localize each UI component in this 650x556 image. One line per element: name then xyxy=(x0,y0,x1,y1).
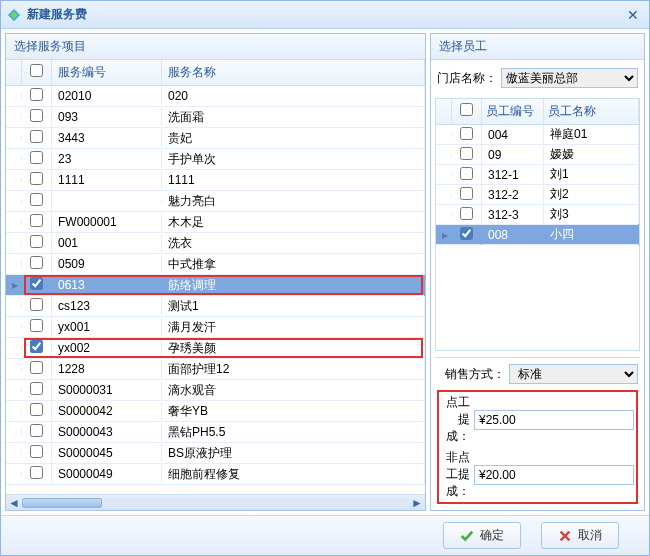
table-row[interactable]: S0000031滴水观音 xyxy=(6,380,425,401)
cell-code: 312-3 xyxy=(482,206,544,224)
header-employee-name[interactable]: 员工名称 xyxy=(544,99,639,124)
store-select[interactable]: 傲蓝美丽总部 xyxy=(501,68,638,88)
header-service-code[interactable]: 服务编号 xyxy=(52,60,162,85)
row-indicator xyxy=(6,472,22,476)
cell-name: 1111 xyxy=(162,171,425,189)
row-checkbox[interactable] xyxy=(30,151,43,164)
row-checkbox[interactable] xyxy=(30,466,43,479)
table-row[interactable]: S0000043黑钻PH5.5 xyxy=(6,422,425,443)
cell-code: 312-2 xyxy=(482,186,544,204)
employee-panel: 选择员工 门店名称： 傲蓝美丽总部 员工编号 员工名称 004禅庭0109嫒嫒3… xyxy=(430,33,645,511)
row-indicator xyxy=(6,451,22,455)
row-checkbox[interactable] xyxy=(30,193,43,206)
row-indicator xyxy=(6,409,22,413)
table-row[interactable]: 001洗衣 xyxy=(6,233,425,254)
table-row[interactable]: cs123测试1 xyxy=(6,296,425,317)
service-grid-body[interactable]: 02010020093洗面霜3443贵妃23手护单次11111111魅力亮白FW… xyxy=(6,86,425,494)
row-checkbox[interactable] xyxy=(460,167,473,180)
commission2-input[interactable] xyxy=(474,465,634,485)
commission1-input[interactable] xyxy=(474,410,634,430)
table-row[interactable]: 093洗面霜 xyxy=(6,107,425,128)
table-row[interactable]: S0000045BS原液护理 xyxy=(6,443,425,464)
service-hscroll[interactable]: ◄ ► xyxy=(6,494,425,510)
row-checkbox[interactable] xyxy=(30,319,43,332)
row-indicator xyxy=(6,430,22,434)
header-service-name[interactable]: 服务名称 xyxy=(162,60,425,85)
row-indicator xyxy=(6,115,22,119)
cell-code: 23 xyxy=(52,150,162,168)
table-row[interactable]: FW000001木木足 xyxy=(6,212,425,233)
row-checkbox[interactable] xyxy=(30,256,43,269)
scroll-left-icon[interactable]: ◄ xyxy=(6,496,22,510)
table-row[interactable]: 02010020 xyxy=(6,86,425,107)
cell-name: 测试1 xyxy=(162,296,425,317)
cell-name: 木木足 xyxy=(162,212,425,233)
row-checkbox[interactable] xyxy=(30,277,43,290)
table-row[interactable]: 3443贵妃 xyxy=(6,128,425,149)
service-grid-header: 服务编号 服务名称 xyxy=(6,60,425,86)
cancel-button[interactable]: 取消 xyxy=(541,522,619,549)
row-checkbox[interactable] xyxy=(30,235,43,248)
row-checkbox[interactable] xyxy=(30,382,43,395)
table-row[interactable]: 312-3刘3 xyxy=(436,205,639,225)
employee-panel-title: 选择员工 xyxy=(431,34,644,60)
row-checkbox[interactable] xyxy=(30,172,43,185)
row-checkbox[interactable] xyxy=(30,445,43,458)
row-checkbox[interactable] xyxy=(30,298,43,311)
row-checkbox[interactable] xyxy=(460,127,473,140)
ok-button[interactable]: 确定 xyxy=(443,522,521,549)
row-checkbox[interactable] xyxy=(460,207,473,220)
cell-name: 020 xyxy=(162,87,425,105)
row-checkbox[interactable] xyxy=(30,424,43,437)
table-row[interactable]: S0000042奢华YB xyxy=(6,401,425,422)
cell-name: 魅力亮白 xyxy=(162,191,425,212)
table-row[interactable]: 312-1刘1 xyxy=(436,165,639,185)
table-row[interactable]: S0000049细胞前程修复 xyxy=(6,464,425,485)
row-checkbox[interactable] xyxy=(30,88,43,101)
table-row[interactable]: 1228面部护理12 xyxy=(6,359,425,380)
table-row[interactable]: 11111111 xyxy=(6,170,425,191)
row-checkbox[interactable] xyxy=(460,187,473,200)
table-row[interactable]: yx002孕琇美颜 xyxy=(6,338,425,359)
table-row[interactable]: ▸0613筋络调理 xyxy=(6,275,425,296)
table-row[interactable]: 23手护单次 xyxy=(6,149,425,170)
cell-name: BS原液护理 xyxy=(162,443,425,464)
table-row[interactable]: 312-2刘2 xyxy=(436,185,639,205)
row-checkbox[interactable] xyxy=(30,214,43,227)
cell-name: 筋络调理 xyxy=(162,275,425,296)
cell-name: 贵妃 xyxy=(162,128,425,149)
employee-grid-body[interactable]: 004禅庭0109嫒嫒312-1刘1312-2刘2312-3刘3▸008小四 xyxy=(436,125,639,350)
cell-name: 手护单次 xyxy=(162,149,425,170)
close-icon[interactable]: ✕ xyxy=(623,7,643,23)
sale-mode-select[interactable]: 标准 xyxy=(509,364,638,384)
check-icon xyxy=(460,529,474,543)
row-checkbox[interactable] xyxy=(460,147,473,160)
row-checkbox[interactable] xyxy=(30,109,43,122)
table-row[interactable]: 0509中式推拿 xyxy=(6,254,425,275)
table-row[interactable]: 魅力亮白 xyxy=(6,191,425,212)
table-row[interactable]: yx001满月发汗 xyxy=(6,317,425,338)
dialog-new-service-fee: 新建服务费 ✕ 选择服务项目 服务编号 服务名称 02010020093洗面霜3… xyxy=(0,0,650,556)
cell-code: yx001 xyxy=(52,318,162,336)
table-row[interactable]: 09嫒嫒 xyxy=(436,145,639,165)
cell-name: 满月发汗 xyxy=(162,317,425,338)
row-checkbox[interactable] xyxy=(30,130,43,143)
row-indicator xyxy=(436,213,452,217)
row-indicator: ▸ xyxy=(6,276,22,294)
scroll-right-icon[interactable]: ► xyxy=(409,496,425,510)
service-check-all[interactable] xyxy=(30,64,43,77)
employee-check-all[interactable] xyxy=(460,103,473,116)
row-checkbox[interactable] xyxy=(30,340,43,353)
cell-name: 细胞前程修复 xyxy=(162,464,425,485)
row-checkbox[interactable] xyxy=(30,361,43,374)
scroll-thumb[interactable] xyxy=(22,498,102,508)
table-row[interactable]: 004禅庭01 xyxy=(436,125,639,145)
header-employee-code[interactable]: 员工编号 xyxy=(482,99,544,124)
cell-code: 09 xyxy=(482,146,544,164)
row-checkbox[interactable] xyxy=(30,403,43,416)
table-row[interactable]: ▸008小四 xyxy=(436,225,639,245)
dialog-footer: 确定 取消 xyxy=(1,515,649,555)
row-checkbox[interactable] xyxy=(460,227,473,240)
service-panel: 选择服务项目 服务编号 服务名称 02010020093洗面霜3443贵妃23手… xyxy=(5,33,426,511)
row-indicator xyxy=(6,136,22,140)
